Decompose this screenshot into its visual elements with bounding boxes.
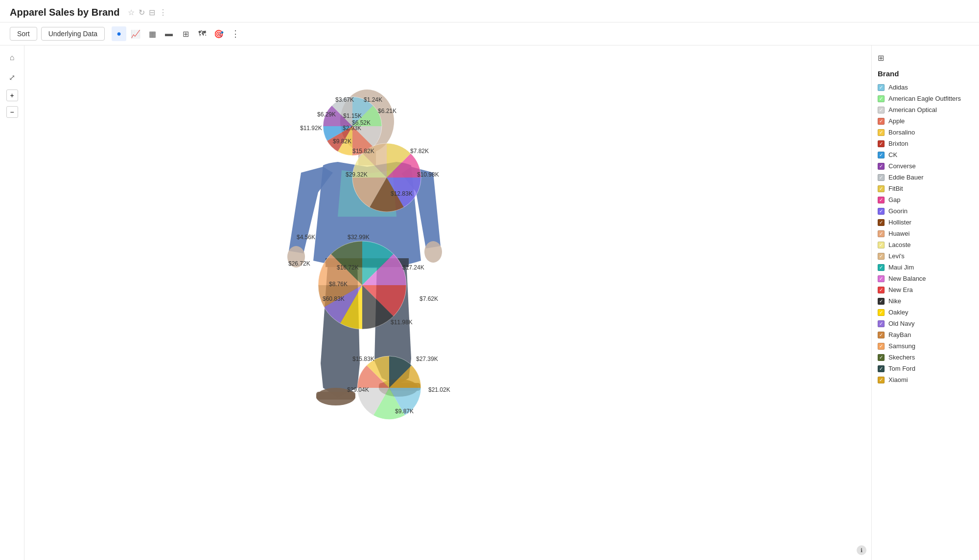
legend-title: Brand [872,67,979,82]
info-icon[interactable]: ℹ [857,545,866,555]
legend-item[interactable]: ✓CK [872,149,979,160]
legend-item[interactable]: ✓Oakley [872,307,979,318]
legend-checkbox[interactable]: ✓ [878,140,885,147]
legend-checkbox[interactable]: ✓ [878,298,885,305]
legend-item[interactable]: ✓Brixton [872,138,979,149]
legend-checkbox[interactable]: ✓ [878,354,885,361]
legend-checkbox[interactable]: ✓ [878,332,885,338]
legend-item[interactable]: ✓American Optical [872,104,979,115]
grid-icon[interactable]: ⊟ [149,8,155,17]
svg-text:$11.92K: $11.92K [300,125,322,132]
legend-checkbox[interactable]: ✓ [878,118,885,125]
zoom-out-button[interactable]: − [6,106,18,118]
legend-item[interactable]: ✓Lacoste [872,239,979,250]
legend-checkbox[interactable]: ✓ [878,84,885,91]
legend-item-label: Levi's [888,252,905,260]
legend-item[interactable]: ✓Tom Ford [872,363,979,374]
legend-item-label: New Era [888,286,913,293]
svg-text:$1.15K: $1.15K [343,112,362,119]
legend-item[interactable]: ✓Maui Jim [872,262,979,273]
zoom-in-button[interactable]: + [6,90,18,101]
legend-item-label: Borsalino [888,129,915,136]
bar-chart-icon[interactable]: ▦ [145,26,160,41]
legend-checkbox[interactable]: ✓ [878,163,885,170]
svg-text:$4.56K: $4.56K [297,234,315,241]
sort-button[interactable]: Sort [10,27,37,41]
legend-item[interactable]: ✓American Eagle Outfitters [872,93,979,104]
legend-item[interactable]: ✓Hollister [872,217,979,228]
legend-checkbox[interactable]: ✓ [878,208,885,215]
legend-item[interactable]: ✓Nike [872,295,979,307]
legend-checkbox[interactable]: ✓ [878,107,885,113]
line-chart-icon[interactable]: 📈 [128,26,143,41]
legend-item[interactable]: ✓Eddie Bauer [872,172,979,183]
legend-item-label: Old Navy [888,320,914,327]
legend-checkbox[interactable]: ✓ [878,95,885,102]
svg-point-3 [424,241,442,263]
legend-checkbox[interactable]: ✓ [878,129,885,136]
svg-text:$6.21K: $6.21K [378,108,396,114]
legend-checkbox[interactable]: ✓ [878,275,885,282]
svg-text:$29.04K: $29.04K [347,386,369,393]
legend-checkbox[interactable]: ✓ [878,185,885,192]
legend-checkbox[interactable]: ✓ [878,343,885,350]
legend-item[interactable]: ✓Skechers [872,352,979,363]
svg-text:$17.24K: $17.24K [402,264,424,271]
legend-checkbox[interactable]: ✓ [878,197,885,203]
map-chart-icon[interactable]: 🗺 [195,26,210,41]
legend-item[interactable]: ✓New Era [872,284,979,295]
legend-items-container: ✓Adidas✓American Eagle Outfitters✓Americ… [872,82,979,385]
legend-item-label: Tom Ford [888,365,915,372]
more-icon[interactable]: ⋮ [159,8,167,17]
legend-checkbox[interactable]: ✓ [878,309,885,316]
home-icon[interactable]: ⌂ [5,50,20,65]
legend-item[interactable]: ✓Converse [872,160,979,172]
legend-item-label: Gap [888,196,901,203]
pie-chart-icon[interactable]: ● [112,26,126,41]
legend-checkbox[interactable]: ✓ [878,377,885,383]
toolbar-more-icon[interactable]: ⋮ [231,28,240,39]
legend-item[interactable]: ✓Apple [872,115,979,127]
legend-checkbox[interactable]: ✓ [878,287,885,293]
legend-item[interactable]: ✓RayBan [872,329,979,340]
legend-header-row: ⊞ [872,50,979,67]
legend-checkbox[interactable]: ✓ [878,264,885,271]
legend-item-label: Skechers [888,354,915,361]
legend-item[interactable]: ✓Goorin [872,205,979,217]
legend-panel: ⊞ Brand ✓Adidas✓American Eagle Outfitter… [871,45,979,560]
legend-item[interactable]: ✓Old Navy [872,318,979,329]
svg-text:$8.76K: $8.76K [329,281,348,288]
legend-item[interactable]: ✓FitBit [872,183,979,194]
legend-checkbox[interactable]: ✓ [878,230,885,237]
special-chart-icon[interactable]: 🎯 [211,26,226,41]
legend-checkbox[interactable]: ✓ [878,174,885,181]
svg-text:$1.24K: $1.24K [364,96,382,103]
legend-item[interactable]: ✓Adidas [872,82,979,93]
column-chart-icon[interactable]: ▬ [162,26,176,41]
legend-checkbox[interactable]: ✓ [878,242,885,248]
legend-item[interactable]: ✓Samsung [872,340,979,352]
expand-icon[interactable]: ⤢ [5,70,20,85]
legend-filter-icon[interactable]: ⊞ [878,53,884,63]
svg-text:$3.67K: $3.67K [335,96,354,103]
legend-checkbox[interactable]: ✓ [878,152,885,158]
legend-item-label: FitBit [888,185,903,192]
legend-item[interactable]: ✓Gap [872,194,979,205]
svg-text:$26.72K: $26.72K [288,260,310,267]
svg-text:$7.62K: $7.62K [420,295,438,302]
legend-item-label: American Eagle Outfitters [888,95,961,102]
underlying-data-button[interactable]: Underlying Data [41,27,105,41]
favorite-icon[interactable]: ☆ [128,8,135,17]
legend-item[interactable]: ✓Levi's [872,250,979,262]
scatter-chart-icon[interactable]: ⊞ [178,26,193,41]
legend-item[interactable]: ✓Huawei [872,228,979,239]
legend-checkbox[interactable]: ✓ [878,253,885,260]
legend-item[interactable]: ✓Xiaomi [872,374,979,385]
legend-checkbox[interactable]: ✓ [878,365,885,372]
refresh-icon[interactable]: ↻ [139,8,145,17]
legend-item[interactable]: ✓Borsalino [872,127,979,138]
app-container: Apparel Sales by Brand ☆ ↻ ⊟ ⋮ Sort Unde… [0,0,979,560]
legend-checkbox[interactable]: ✓ [878,320,885,327]
legend-item[interactable]: ✓New Balance [872,273,979,284]
legend-checkbox[interactable]: ✓ [878,219,885,226]
